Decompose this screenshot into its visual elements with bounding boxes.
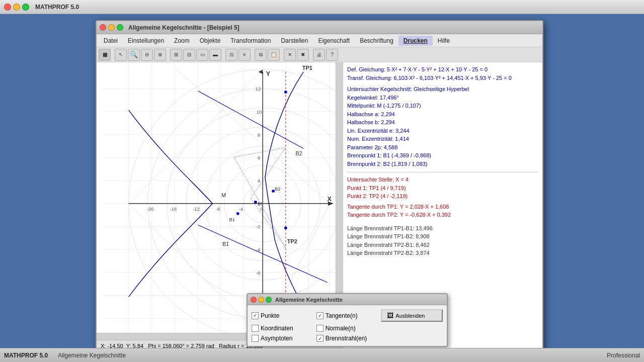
tb-axes-btn[interactable]: ⊟	[183, 49, 195, 61]
tb-help-btn[interactable]: ?	[326, 49, 338, 61]
svg-text:Y: Y	[266, 70, 271, 77]
menu-einstellungen[interactable]: Einstellungen	[123, 36, 169, 46]
tb-frame-btn[interactable]: ▭	[196, 49, 208, 61]
svg-text:M: M	[258, 201, 262, 206]
chk-koordinaten-label: Koordinaten	[261, 325, 293, 332]
punkt2: Punkt 2: TP2 (4 / -2,119)	[347, 192, 538, 201]
svg-text:-16: -16	[170, 206, 177, 212]
tb-close-btn[interactable]: ✕	[284, 49, 296, 61]
svg-text:B2: B2	[275, 186, 281, 192]
kegelschnitt: Untersuchter Kegelschnitt: Gleichseitige…	[347, 85, 538, 94]
chk-asymptoten[interactable]: Asymptoten	[252, 335, 313, 342]
tb-frame2-btn[interactable]: ▬	[209, 49, 221, 61]
tb-mode-btn[interactable]: ▦	[99, 49, 111, 61]
m-label: M	[221, 192, 226, 198]
halbachse-a: Halbachse a: 2,294	[347, 110, 538, 119]
chk-normale-label: Normale(n)	[326, 325, 356, 332]
menu-datei[interactable]: Datei	[99, 36, 123, 46]
toolbar: ▦ ↖ 🔍 ⊖ ⊕ ⊞ ⊟ ▭ ▬ ⚖ ≡ ⧉ 📋 ✕ ✖ 🖨 ?	[97, 47, 542, 62]
svg-line-10	[129, 69, 263, 203]
svg-text:10: 10	[257, 109, 262, 115]
svg-point-70	[284, 226, 287, 229]
chk-punkte-box[interactable]	[252, 312, 259, 319]
float-dialog-title-text: Allgemeine Kegelschnitte	[275, 297, 343, 303]
laenge-b2-tp2-b2: Länge Brennstrahl TP2-B2: 3,874	[347, 249, 538, 257]
svg-line-61	[251, 198, 285, 248]
tb-pointer-btn[interactable]: ↖	[115, 49, 127, 61]
menu-transformation[interactable]: Transformation	[225, 36, 276, 46]
menu-eigenschaft[interactable]: Eigenschaft	[313, 36, 355, 46]
chk-brennstrahl[interactable]: Brennstrahl(en)	[316, 335, 378, 342]
svg-point-68	[284, 90, 287, 94]
svg-text:4: 4	[258, 178, 260, 184]
tp1-label: TP1	[302, 65, 312, 71]
titlebar-close-btn[interactable]	[4, 4, 11, 11]
menu-objekte[interactable]: Objekte	[195, 36, 225, 46]
chk-asymptoten-box[interactable]	[252, 335, 259, 342]
mittelpunkt: Mittelpunkt: M (-1,275 / 0,107)	[347, 102, 538, 110]
window-minimize-btn[interactable]	[108, 24, 115, 31]
brennpunkt2: Brennpunkt 2: B2 (1,819 / 1,083)	[347, 160, 538, 168]
b2-label: B2	[296, 150, 302, 156]
window-maximize-btn[interactable]	[117, 24, 123, 31]
tangente-tp2: Tangente durch TP2: Y = -0,628·X + 0,392	[347, 211, 538, 219]
window-close-btn[interactable]	[100, 24, 106, 31]
tb-copy-btn[interactable]: ⧉	[255, 49, 267, 61]
tb-close2-btn[interactable]: ✖	[297, 49, 309, 61]
svg-text:-2: -2	[256, 224, 260, 229]
chk-normale[interactable]: Normale(n)	[316, 325, 378, 332]
svg-text:-6: -6	[256, 270, 260, 276]
title-bar: MATHPROF 5.0	[0, 0, 644, 14]
fd-max-btn[interactable]	[266, 297, 272, 303]
svg-text:6: 6	[258, 155, 260, 160]
tb-zoom-in-btn[interactable]: 🔍	[128, 49, 140, 61]
menu-zoom[interactable]: Zoom	[169, 36, 195, 46]
menu-beschriftung[interactable]: Beschriftung	[355, 36, 398, 46]
svg-text:8: 8	[258, 132, 260, 138]
window-title-text: Allgemeine Kegelschnitte - [Beispiel 5]	[128, 24, 239, 31]
laenge-b2-tp2-b1: Länge Brennstrahl TP2-B1: 8,462	[347, 241, 538, 249]
tb-scale2-btn[interactable]: ≡	[238, 49, 251, 61]
svg-text:-12: -12	[193, 206, 200, 212]
tb-print-btn[interactable]: 🖨	[313, 49, 325, 61]
chk-punkte[interactable]: Punkte	[252, 309, 313, 322]
taskbar-edition: Professional	[607, 352, 640, 359]
chk-koordinaten[interactable]: Koordinaten	[252, 325, 313, 332]
titlebar-minimize-btn[interactable]	[13, 4, 20, 11]
menu-drucken[interactable]: Drucken	[398, 36, 433, 46]
svg-line-11	[129, 204, 263, 337]
chk-tangenten-box[interactable]	[316, 312, 324, 319]
svg-text:-20: -20	[147, 206, 154, 212]
svg-text:X: X	[328, 196, 332, 203]
tb-scale-btn[interactable]: ⚖	[225, 49, 237, 61]
lin-exz: Lin. Exzentrizität e: 3,244	[347, 127, 538, 135]
tb-grid-btn[interactable]: ⊞	[170, 49, 182, 61]
tb-zoom-reset-btn[interactable]: ⊕	[154, 49, 166, 61]
taskbar-appname: MATHPROF 5.0	[4, 352, 48, 359]
window-title-bar: Allgemeine Kegelschnitte - [Beispiel 5]	[97, 21, 542, 34]
tb-zoom-out-btn[interactable]: ⊖	[141, 49, 153, 61]
chk-tangenten-label: Tangente(n)	[326, 312, 358, 319]
halbachse-b: Halbachse b: 2,294	[347, 118, 538, 127]
chk-asymptoten-label: Asymptoten	[261, 335, 292, 342]
ausblenden-button[interactable]: 🖼 Ausblenden	[381, 309, 443, 322]
chk-brennstrahl-box[interactable]	[316, 335, 324, 342]
fd-close-btn[interactable]	[251, 297, 257, 303]
tb-paste-btn[interactable]: 📋	[268, 49, 280, 61]
menu-darstellen[interactable]: Darstellen	[276, 36, 313, 46]
title-bar-text: MATHPROF 5.0	[35, 4, 79, 11]
punkt1: Punkt 1: TP1 (4 / 9,719)	[347, 184, 538, 193]
float-dialog-title: Allgemeine Kegelschnitte	[248, 294, 447, 305]
titlebar-maximize-btn[interactable]	[22, 4, 29, 11]
taskbar-window: Allgemeine Kegelschnitte	[58, 352, 607, 359]
svg-text:12: 12	[256, 86, 261, 92]
chk-tangenten[interactable]: Tangente(n)	[316, 309, 378, 322]
transf-gleichung: Transf. Gleichung: 6,103·X² - 6,103·Y² +…	[347, 74, 538, 82]
b1-label: B1	[222, 241, 229, 247]
tp2-label: TP2	[287, 238, 297, 244]
chk-normale-box[interactable]	[316, 325, 324, 332]
fd-min-btn[interactable]	[258, 297, 264, 303]
menu-hilfe[interactable]: Hilfe	[433, 36, 455, 46]
chk-koordinaten-box[interactable]	[252, 325, 259, 332]
svg-text:-4: -4	[239, 206, 243, 212]
